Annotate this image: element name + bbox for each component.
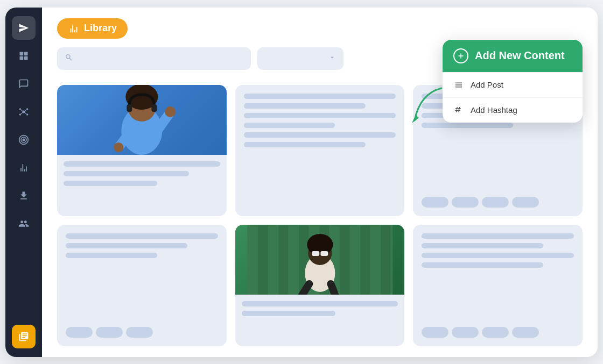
card-line xyxy=(422,262,543,268)
card-5[interactable] xyxy=(235,225,405,346)
search-bar[interactable] xyxy=(57,47,251,70)
card-line xyxy=(244,113,396,118)
add-icon xyxy=(453,48,468,63)
app-container: Library xyxy=(5,8,598,357)
svg-point-15 xyxy=(23,139,24,140)
green-image xyxy=(235,225,405,295)
card-line xyxy=(66,253,157,258)
tag xyxy=(512,327,539,338)
card-line xyxy=(422,253,574,258)
add-post-label: Add Post xyxy=(471,80,503,89)
svg-rect-27 xyxy=(278,225,288,295)
svg-line-11 xyxy=(21,112,23,113)
card-2-body xyxy=(235,85,405,216)
chevron-down-icon xyxy=(328,54,336,63)
card-line xyxy=(244,142,366,147)
library-badge: Library xyxy=(57,18,128,39)
svg-line-12 xyxy=(25,112,26,113)
svg-line-9 xyxy=(21,109,23,111)
svg-rect-36 xyxy=(312,251,319,256)
card-line xyxy=(244,123,335,128)
svg-point-6 xyxy=(26,108,28,110)
card-line xyxy=(66,233,218,239)
sidebar-item-downloads[interactable] xyxy=(12,184,36,208)
card-1[interactable] xyxy=(57,85,227,216)
card-line xyxy=(422,243,543,248)
svg-rect-32 xyxy=(381,225,390,295)
search-icon xyxy=(65,53,73,64)
tag xyxy=(512,197,539,208)
card-6-tags xyxy=(422,327,574,338)
svg-rect-31 xyxy=(360,225,370,295)
sidebar-item-send[interactable] xyxy=(12,16,36,40)
svg-point-22 xyxy=(165,106,176,117)
card-line xyxy=(244,132,396,138)
tag xyxy=(482,327,509,338)
card-4-body xyxy=(57,225,227,346)
tag xyxy=(452,327,479,338)
svg-rect-37 xyxy=(320,251,328,256)
tag xyxy=(126,327,153,338)
tag xyxy=(482,197,509,208)
card-line xyxy=(64,171,189,176)
card-2[interactable] xyxy=(235,85,405,216)
tag xyxy=(66,327,93,338)
svg-point-5 xyxy=(19,108,21,110)
add-post-item[interactable]: Add Post xyxy=(443,72,583,97)
card-line xyxy=(244,103,366,109)
svg-rect-2 xyxy=(20,56,24,60)
sidebar-item-network[interactable] xyxy=(12,100,36,124)
add-hashtag-item[interactable]: Add Hashtag xyxy=(443,97,583,123)
sidebar-item-analytics[interactable] xyxy=(12,156,36,180)
card-6-body xyxy=(413,225,583,346)
svg-rect-1 xyxy=(24,52,28,55)
tag xyxy=(422,327,448,338)
sidebar-item-dashboard[interactable] xyxy=(12,44,36,68)
tag xyxy=(96,327,123,338)
card-line xyxy=(242,311,335,316)
sidebar xyxy=(5,8,42,357)
post-icon xyxy=(453,80,464,90)
card-5-image xyxy=(235,225,405,295)
svg-line-10 xyxy=(25,109,26,111)
add-hashtag-label: Add Hashtag xyxy=(471,105,517,115)
filter-dropdown[interactable] xyxy=(257,47,343,70)
library-title: Library xyxy=(84,23,117,34)
sidebar-item-library[interactable] xyxy=(12,325,36,348)
card-line xyxy=(242,301,398,306)
arrow-indicator xyxy=(404,83,452,133)
sidebar-item-messages[interactable] xyxy=(12,72,36,96)
card-line xyxy=(64,161,220,167)
svg-point-7 xyxy=(19,113,21,115)
sidebar-item-targets[interactable] xyxy=(12,128,36,152)
svg-point-24 xyxy=(114,142,123,152)
hashtag-icon xyxy=(453,105,464,116)
add-content-popup: Add New Content Add Post Add Hashtag xyxy=(443,40,583,123)
card-6[interactable] xyxy=(413,225,583,346)
blue-image xyxy=(57,85,227,155)
popup-title: Add New Content xyxy=(475,49,565,62)
search-input[interactable] xyxy=(78,54,243,63)
card-line xyxy=(244,94,396,99)
card-4[interactable] xyxy=(57,225,227,346)
svg-rect-26 xyxy=(258,225,268,295)
svg-rect-20 xyxy=(151,104,157,112)
main-content: Library xyxy=(42,8,598,357)
svg-rect-30 xyxy=(340,225,349,295)
card-line xyxy=(66,243,187,248)
card-1-image xyxy=(57,85,227,155)
card-3-tags xyxy=(422,197,574,208)
svg-point-8 xyxy=(26,113,28,115)
card-1-body xyxy=(57,155,227,216)
popup-header[interactable]: Add New Content xyxy=(443,40,583,72)
card-5-body xyxy=(235,295,405,346)
svg-rect-19 xyxy=(127,104,132,112)
svg-rect-0 xyxy=(20,52,24,55)
card-line xyxy=(422,233,574,239)
svg-marker-39 xyxy=(412,115,419,123)
svg-point-35 xyxy=(307,234,333,255)
sidebar-item-team[interactable] xyxy=(12,212,36,235)
card-4-tags xyxy=(66,327,218,338)
svg-rect-3 xyxy=(24,56,28,60)
tag xyxy=(452,197,479,208)
